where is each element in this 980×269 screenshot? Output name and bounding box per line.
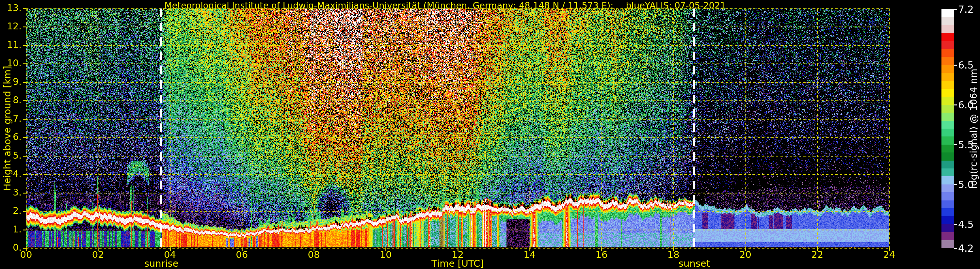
y-tick-label: 1. <box>1 224 22 235</box>
y-tick-label: 11. <box>1 40 22 50</box>
x-tick-label: 14 <box>523 249 536 260</box>
colorbar-tick-mark <box>954 184 957 185</box>
y-tick-label: 2. <box>1 205 22 216</box>
colorbar-label: log(rc-signal) @ 1064 nm <box>968 68 979 188</box>
x-tick-label: 18 <box>668 249 679 260</box>
figure-title-row: Meteorological Institute of Ludwig-Maxim… <box>26 0 864 10</box>
y-tick-label: 3. <box>1 187 22 198</box>
lidar-heatmap-canvas <box>0 0 980 269</box>
x-tick-label: 16 <box>596 249 608 260</box>
y-tick-label: 9. <box>1 76 22 87</box>
y-tick-label: 10. <box>1 58 22 68</box>
y-tick-label: 13. <box>1 3 22 13</box>
sunrise-label: sunrise <box>144 258 179 269</box>
colorbar-tick-label: 4.5 <box>958 218 974 230</box>
colorbar-tick-label: 4.2 <box>958 243 974 254</box>
y-tick-label: 4. <box>1 169 22 179</box>
y-tick-label: 0. <box>1 242 22 253</box>
colorbar-tick-mark <box>954 105 957 105</box>
figure-title: Meteorological Institute of Ludwig-Maxim… <box>165 0 614 10</box>
y-tick-label: 7. <box>1 113 22 124</box>
x-tick-label: 06 <box>236 249 248 260</box>
colorbar-tick-mark <box>954 144 957 145</box>
y-tick-label: 6. <box>1 132 22 142</box>
x-tick-label: 24 <box>883 249 896 260</box>
colorbar-tick-mark <box>954 248 957 249</box>
x-tick-label: 20 <box>739 249 751 260</box>
sunset-label: sunset <box>679 258 710 269</box>
y-tick-label: 12. <box>1 21 22 32</box>
x-tick-label: 08 <box>308 249 320 260</box>
colorbar <box>942 9 954 248</box>
colorbar-tick-mark <box>954 65 957 65</box>
figure-title-instrument-date: blueYALIS: 07-05-2021 <box>626 0 725 10</box>
x-tick-label: 00 <box>20 249 32 260</box>
y-tick-label: 5. <box>1 150 22 161</box>
colorbar-tick-mark <box>954 224 957 225</box>
x-tick-label: 10 <box>380 249 392 260</box>
colorbar-tick-mark <box>954 9 957 10</box>
x-tick-label: 22 <box>811 249 823 260</box>
x-axis-label: Time [UTC] <box>431 258 484 269</box>
y-tick-label: 8. <box>1 95 22 105</box>
x-tick-label: 02 <box>92 249 104 260</box>
colorbar-tick-label: 7.2 <box>958 3 974 15</box>
lidar-quicklook-figure: Meteorological Institute of Ludwig-Maxim… <box>0 0 980 269</box>
